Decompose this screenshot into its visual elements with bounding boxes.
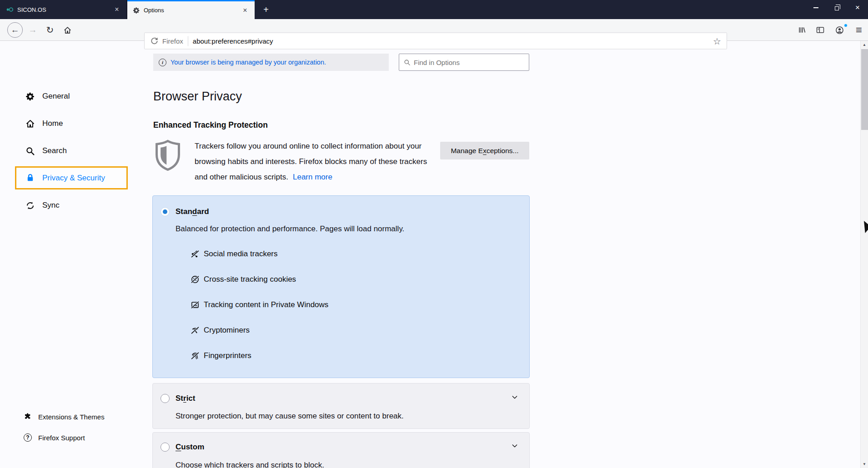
- forward-button[interactable]: →: [26, 19, 40, 41]
- gear-icon: [25, 92, 35, 101]
- chevron-down-icon[interactable]: [511, 442, 518, 449]
- page-title: Browser Privacy: [153, 90, 242, 104]
- sidebar-item-label: Sync: [42, 201, 60, 210]
- button-label: ceptions...: [487, 147, 519, 154]
- home-icon: [63, 26, 72, 35]
- library-button[interactable]: [795, 19, 809, 41]
- option-strict-panel[interactable]: Strict Stronger protection, but may caus…: [152, 383, 530, 429]
- blocked-item-fingerprinters: Fingerprinters: [191, 351, 251, 360]
- option-standard-label: Standard: [176, 207, 209, 216]
- scroll-down-arrow[interactable]: ▼: [861, 462, 868, 466]
- home-icon: [25, 119, 35, 129]
- scroll-up-arrow[interactable]: ▲: [861, 43, 868, 47]
- radio-custom[interactable]: [161, 443, 170, 452]
- managed-notice: i Your browser is being managed by your …: [153, 54, 389, 71]
- blocked-item-cross-site-cookies: Cross-site tracking cookies: [191, 275, 296, 284]
- sidebar-item-privacy-security[interactable]: Privacy & Security: [15, 166, 128, 189]
- tracking-content-icon: [191, 300, 200, 309]
- learn-more-link[interactable]: Learn more: [293, 173, 332, 181]
- tab-title: Options: [144, 7, 236, 14]
- blocked-item-label: Cryptominers: [204, 326, 250, 335]
- blocked-item-label: Fingerprinters: [204, 351, 251, 360]
- radio-standard[interactable]: [161, 207, 170, 216]
- cookies-icon: [191, 275, 200, 284]
- sync-icon: [25, 201, 35, 210]
- gear-icon: [133, 7, 140, 14]
- titlebar: SICON.OS × Options × + ×: [0, 0, 868, 19]
- cryptominers-icon: [191, 326, 200, 335]
- tab-options[interactable]: Options ×: [127, 0, 255, 19]
- managed-notice-link[interactable]: Your browser is being managed by your or…: [171, 59, 326, 66]
- blocked-item-label: Social media trackers: [204, 249, 278, 259]
- restore-icon: [835, 6, 839, 10]
- info-icon: i: [159, 59, 166, 66]
- account-button[interactable]: [832, 19, 847, 41]
- sidebar-item-search[interactable]: Search: [15, 140, 128, 162]
- blocked-item-tracking-content: Tracking content in Private Windows: [191, 300, 328, 309]
- option-standard-description: Balanced for protection and performance.…: [176, 224, 404, 234]
- option-custom-description: Choose which trackers and scripts to blo…: [176, 461, 324, 468]
- puzzle-icon: [24, 413, 32, 421]
- option-standard-panel[interactable]: Standard Balanced for protection and per…: [152, 195, 530, 378]
- sidebar-item-label: Search: [42, 146, 67, 155]
- blocked-item-cryptominers: Cryptominers: [191, 326, 250, 335]
- urlbar-separator: [188, 36, 188, 46]
- back-button[interactable]: ←: [7, 19, 23, 41]
- question-icon: ?: [24, 433, 32, 442]
- tab-close-icon[interactable]: ×: [112, 5, 122, 15]
- option-strict-description: Stronger protection, but may cause some …: [176, 412, 404, 421]
- blocked-item-label: Tracking content in Private Windows: [204, 300, 328, 309]
- firefox-icon: [150, 37, 159, 45]
- bookmark-star-icon[interactable]: ☆: [713, 35, 721, 46]
- find-in-options-input[interactable]: [414, 59, 524, 66]
- radio-strict[interactable]: [161, 394, 170, 403]
- account-icon: [835, 25, 844, 35]
- search-icon: [404, 59, 411, 66]
- library-icon: [798, 25, 807, 35]
- sidebar-footer-label: Extensions & Themes: [38, 413, 105, 421]
- search-icon: [25, 146, 35, 156]
- sidebar-item-home[interactable]: Home: [15, 113, 128, 134]
- scrollbar-thumb[interactable]: [861, 49, 868, 130]
- scrollbar[interactable]: ▲ ▼: [860, 41, 868, 468]
- find-in-options-box[interactable]: [399, 54, 529, 71]
- restore-button[interactable]: [826, 0, 847, 15]
- minimize-button[interactable]: [805, 0, 826, 15]
- button-label: Manage E: [451, 147, 483, 154]
- close-button[interactable]: ×: [847, 0, 868, 15]
- sidebar-item-label: General: [42, 92, 70, 101]
- sidebar-icon: [816, 25, 825, 35]
- sidebars-button[interactable]: [813, 19, 828, 41]
- url-bar[interactable]: Firefox about:preferences#privacy ☆: [144, 33, 727, 50]
- manage-exceptions-button[interactable]: Manage Exceptions...: [440, 142, 529, 159]
- etp-description: Trackers follow you around online to col…: [195, 139, 438, 185]
- option-custom-panel[interactable]: Custom Choose which trackers and scripts…: [152, 432, 530, 468]
- tab-title: SICON.OS: [17, 6, 108, 13]
- url-text[interactable]: about:preferences#privacy: [193, 37, 713, 45]
- identity-label: Firefox: [162, 37, 183, 45]
- blocked-item-social-media-trackers: Social media trackers: [191, 249, 278, 259]
- new-tab-button[interactable]: +: [259, 4, 273, 15]
- shield-icon: [155, 137, 181, 177]
- app-menu-button[interactable]: ≡: [851, 19, 867, 41]
- sidebar-item-label: Privacy & Security: [42, 174, 105, 183]
- tab-sicon-os[interactable]: SICON.OS ×: [0, 0, 127, 19]
- option-custom-label: Custom: [176, 443, 204, 452]
- back-icon: ←: [11, 25, 20, 35]
- home-button[interactable]: [60, 19, 75, 41]
- sidebar-footer-label: Firefox Support: [38, 434, 85, 442]
- sidebar-item-general[interactable]: General: [15, 85, 128, 107]
- button-label-accesskey: x: [483, 147, 487, 154]
- fingerprinters-icon: [191, 351, 200, 360]
- sidebar-item-sync[interactable]: Sync: [15, 194, 128, 216]
- blocked-item-label: Cross-site tracking cookies: [204, 275, 296, 284]
- chevron-down-icon[interactable]: [511, 393, 518, 401]
- tab-close-icon[interactable]: ×: [240, 5, 250, 15]
- sidebar-link-firefox-support[interactable]: ? Firefox Support: [24, 431, 85, 444]
- sidebar-item-label: Home: [42, 119, 63, 128]
- social-media-trackers-icon: [191, 249, 200, 259]
- reload-button[interactable]: ↻: [43, 19, 57, 41]
- notification-dot: [844, 24, 848, 27]
- lock-icon: [25, 173, 35, 183]
- sidebar-link-extensions-themes[interactable]: Extensions & Themes: [24, 410, 105, 423]
